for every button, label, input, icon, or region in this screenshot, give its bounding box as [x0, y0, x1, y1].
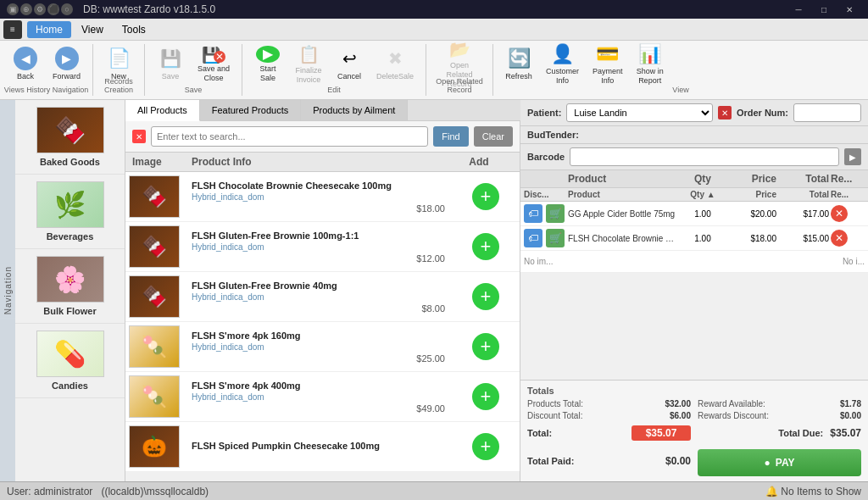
maximize-button[interactable]: □: [812, 0, 836, 19]
menu-view[interactable]: View: [73, 21, 112, 38]
app-icon-5: ○: [61, 3, 73, 15]
view-group-label: View: [493, 86, 868, 94]
category-beverages[interactable]: 🌿 Beverages: [15, 175, 125, 249]
header-info: Product Info: [192, 156, 445, 168]
tab-all-products[interactable]: All Products: [125, 100, 200, 121]
cart-remove-2-button[interactable]: ✕: [831, 230, 848, 247]
order-num-input[interactable]: [793, 103, 861, 122]
payment-icon: 💳: [596, 43, 620, 65]
col-disc: Disc...: [524, 190, 544, 199]
cart-header-product: Product: [568, 173, 680, 185]
close-button[interactable]: ✕: [837, 0, 861, 19]
list-item: 🍫 FLSH Chocolate Brownie Cheesecake 100m…: [125, 172, 520, 222]
refresh-button[interactable]: 🔄 Refresh: [500, 42, 537, 86]
product-info-cell-6: FLSH Spiced Pumpkin Cheesecake 100mg: [185, 437, 452, 456]
delete-sale-button[interactable]: ✖ DeleteSale: [371, 42, 419, 86]
cart-header-qty: Qty: [682, 173, 724, 185]
save-button[interactable]: 💾 Save: [152, 42, 189, 86]
add-product-2-button[interactable]: +: [472, 233, 499, 260]
forward-icon: ▶: [55, 47, 79, 70]
category-baked-goods[interactable]: 🍫 Baked Goods: [15, 100, 125, 175]
app-icon-3: ⚙: [34, 3, 46, 15]
product-name-1: FLSH Chocolate Brownie Cheesecake 100mg: [192, 181, 445, 191]
show-report-button[interactable]: 📊 Show inReport: [632, 42, 669, 86]
totals-grid: Products Total: $32.00 Reward Available:…: [527, 399, 861, 420]
category-beverages-image: 🌿: [36, 181, 104, 228]
add-product-6-button[interactable]: +: [472, 433, 499, 460]
total-due-row: Total Due: $35.07: [698, 425, 861, 441]
product-image-cell-4: 🍡: [125, 322, 185, 371]
menu-home[interactable]: Home: [27, 21, 71, 38]
search-bar: ✕ Find Clear: [125, 121, 520, 153]
cancel-button[interactable]: ↩ Cancel: [331, 42, 368, 86]
add-product-4-button[interactable]: +: [472, 333, 499, 360]
right-panel: Patient: Luise Landin ✕ Order Num: BudTe…: [520, 100, 868, 481]
add-product-3-button[interactable]: +: [472, 283, 499, 310]
toolbar-edit-group: ▶ StartSale 📋 FinalizeInvoice ↩ Cancel ✖…: [242, 44, 426, 96]
patient-select[interactable]: Luise Landin: [566, 103, 713, 122]
category-candies-image: 💊: [36, 331, 104, 377]
nav-group-label: Views History Navigation: [0, 86, 92, 94]
product-image-cell-6: 🎃: [125, 422, 185, 471]
cart-col-labels: Disc... Product Qty ▲ Price Total Re...: [520, 188, 868, 202]
nav-sidebar: Navigation: [0, 100, 15, 481]
cart-remove-1-button[interactable]: ✕: [831, 205, 848, 222]
finalize-invoice-button[interactable]: 📋 FinalizeInvoice: [290, 42, 327, 86]
search-x-button[interactable]: ✕: [132, 130, 146, 143]
col-re: Re...: [831, 190, 865, 199]
find-button[interactable]: Find: [433, 126, 468, 147]
window-controls[interactable]: ─ □ ✕: [787, 0, 861, 19]
list-item: 🍡 FLSH S'more 4pk 160mg Hybrid_indica_do…: [125, 322, 520, 372]
product-price-1: $18.00: [192, 203, 445, 214]
add-product-1-button[interactable]: +: [472, 183, 499, 210]
minimize-button[interactable]: ─: [787, 0, 810, 19]
tab-products-by-ailment[interactable]: Products by Ailment: [301, 100, 408, 120]
add-product-5-button[interactable]: +: [472, 383, 499, 410]
save-icon: 💾: [159, 47, 182, 70]
save-close-button[interactable]: 💾 ✕ Save andClose: [192, 42, 235, 86]
customer-info-button[interactable]: 👤 CustomerInfo: [541, 42, 584, 86]
category-baked-goods-image: 🍫: [36, 107, 104, 153]
back-label: Back: [17, 72, 34, 81]
category-candies[interactable]: 💊 Candies: [15, 324, 125, 398]
status-bar: User: administrator ((localdb)\mssqlloca…: [0, 481, 868, 500]
save-close-label: Save andClose: [198, 64, 230, 83]
status-user: User: administrator ((localdb)\mssqlloca…: [7, 486, 209, 497]
search-input[interactable]: [151, 126, 428, 147]
status-icon: 🔔: [765, 486, 778, 497]
header-add: Add: [445, 156, 513, 168]
forward-label: Forward: [53, 72, 81, 81]
total-label: Total:: [527, 428, 552, 438]
category-panel: 🍫 Baked Goods 🌿 Beverages 🌸 Bulk Flower …: [15, 100, 125, 481]
product-name-3: FLSH Gluten-Free Brownie 40mg: [192, 281, 445, 291]
cancel-label: Cancel: [337, 72, 361, 81]
back-icon: ◀: [14, 47, 37, 70]
budtender-label: BudTender:: [527, 130, 579, 140]
cart-price-2: $18.00: [726, 234, 776, 243]
start-sale-button[interactable]: ▶ StartSale: [249, 42, 287, 86]
tab-featured-products[interactable]: Featured Products: [200, 100, 302, 120]
new-icon: 📄: [107, 47, 131, 70]
list-item: 🍫 FLSH Gluten-Free Brownie 40mg Hybrid_i…: [125, 272, 520, 322]
finalize-icon: 📋: [297, 44, 320, 64]
clear-button[interactable]: Clear: [474, 126, 513, 147]
payment-info-button[interactable]: 💳 PaymentInfo: [587, 42, 628, 86]
back-button[interactable]: ◀ Back: [7, 42, 44, 86]
barcode-submit-button[interactable]: ▶: [844, 148, 861, 165]
list-item: 🍡 FLSH S'more 4pk 400mg Hybrid_indica_do…: [125, 372, 520, 422]
menu-tools[interactable]: Tools: [114, 21, 154, 38]
pay-icon: ●: [765, 457, 771, 469]
category-bulk-flower[interactable]: 🌸 Bulk Flower: [15, 249, 125, 324]
pay-button[interactable]: ● PAY: [698, 449, 861, 476]
category-candies-label: Candies: [52, 381, 88, 391]
product-add-cell-5: +: [452, 380, 520, 414]
related-group-label: Open Related Record: [426, 77, 492, 94]
status-message: No Items to Show: [781, 486, 861, 497]
product-name-6: FLSH Spiced Pumpkin Cheesecake 100mg: [192, 441, 445, 451]
patient-clear-button[interactable]: ✕: [718, 106, 732, 119]
barcode-input[interactable]: [570, 147, 839, 166]
discount-total-label: Discount Total:: [527, 411, 582, 420]
forward-button[interactable]: ▶ Forward: [47, 42, 86, 86]
rewards-discount-label: Rewards Discount:: [698, 411, 769, 420]
total-due-value: $35.07: [830, 427, 861, 439]
